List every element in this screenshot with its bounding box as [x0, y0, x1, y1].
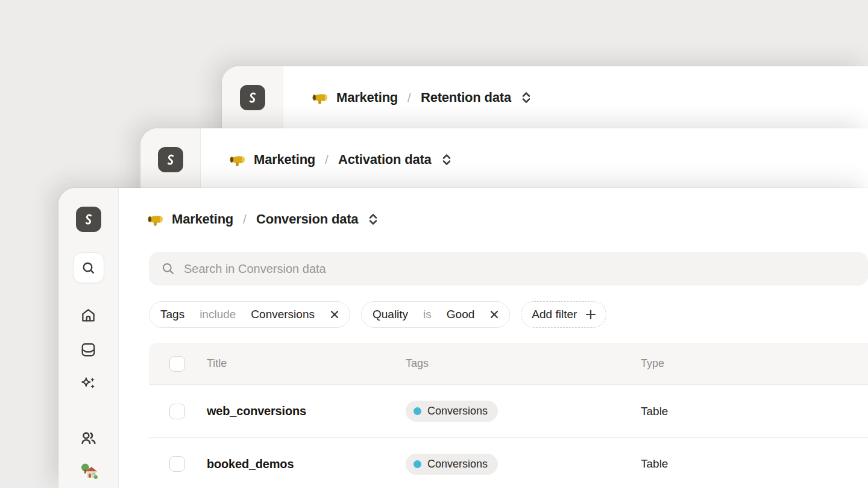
sidebar-search-button[interactable] [73, 252, 104, 283]
megaphone-icon [228, 151, 247, 169]
search-input[interactable] [184, 262, 856, 276]
sidebar-item-inbox[interactable] [80, 342, 96, 358]
select-all-checkbox[interactable] [169, 356, 185, 372]
breadcrumb: Marketing / Conversion data [119, 188, 868, 251]
remove-filter-button[interactable] [489, 310, 499, 319]
app-logo[interactable] [240, 85, 265, 110]
close-icon [489, 310, 499, 319]
filter-operator: is [423, 308, 432, 321]
app-sidebar [58, 188, 119, 488]
filter-operator: include [200, 308, 236, 321]
breadcrumb-separator: / [241, 212, 249, 227]
tag-badge: Conversions [406, 401, 498, 422]
breadcrumb: Marketing / Activation data [201, 128, 868, 191]
row-type: Table [641, 405, 868, 418]
knot-logo-icon [163, 152, 178, 167]
chevron-updown-icon[interactable] [366, 211, 380, 227]
inbox-icon [80, 342, 96, 358]
chevron-updown-icon[interactable] [520, 90, 533, 105]
tag-badge: Conversions [406, 454, 498, 475]
search-icon [161, 261, 175, 276]
knot-logo-icon [245, 90, 260, 105]
chevron-updown-icon[interactable] [440, 152, 453, 167]
breadcrumb: Marketing / Retention data [283, 66, 868, 129]
breadcrumb-page[interactable]: Activation data [338, 152, 432, 167]
window-conversion-data: Marketing / Conversion data Tags include [58, 188, 868, 488]
breadcrumb-separator: / [405, 90, 414, 105]
row-type: Table [641, 457, 868, 471]
tag-color-dot [414, 460, 421, 468]
tag-color-dot [414, 407, 421, 415]
filter-field: Tags [160, 308, 184, 321]
filter-chip-quality[interactable]: Quality is Good [361, 301, 510, 328]
column-header-type: Type [641, 357, 868, 370]
breadcrumb-workspace[interactable]: Marketing [254, 152, 315, 167]
search-bar[interactable] [149, 252, 868, 286]
users-icon [80, 430, 97, 446]
window-main: Marketing / Conversion data Tags include [119, 188, 868, 488]
plus-icon [585, 308, 597, 321]
knot-logo-icon [81, 211, 96, 227]
filter-chip-tags[interactable]: Tags include Conversions [149, 301, 350, 328]
add-filter-label: Add filter [532, 308, 577, 321]
column-header-title: Title [207, 357, 406, 370]
page-content: Tags include Conversions Quality is Good [119, 252, 868, 488]
sparkles-icon [80, 376, 96, 392]
add-filter-button[interactable]: Add filter [521, 301, 606, 328]
home-icon [80, 307, 96, 324]
house-garden-icon [80, 462, 98, 480]
sidebar-item-home[interactable] [80, 307, 96, 324]
table-header-row: Title Tags Type [149, 343, 868, 385]
table-row[interactable]: booked_demos Conversions Table [149, 437, 868, 488]
sidebar-item-home-garden[interactable] [80, 462, 98, 480]
filter-value: Conversions [251, 308, 315, 321]
filter-value: Good [447, 308, 474, 321]
megaphone-icon [311, 89, 329, 107]
filter-field: Quality [373, 308, 408, 321]
column-header-tags: Tags [406, 357, 641, 370]
sidebar-item-members[interactable] [80, 430, 97, 446]
breadcrumb-workspace[interactable]: Marketing [172, 211, 233, 227]
row-checkbox[interactable] [169, 404, 185, 419]
megaphone-icon [146, 210, 165, 228]
row-title: booked_demos [207, 457, 406, 471]
breadcrumb-separator: / [322, 152, 331, 167]
remove-filter-button[interactable] [330, 310, 339, 319]
sidebar-item-ai[interactable] [80, 376, 96, 392]
tag-label: Conversions [427, 405, 488, 418]
filter-bar: Tags include Conversions Quality is Good [149, 301, 868, 328]
row-checkbox[interactable] [169, 456, 185, 472]
data-table: Title Tags Type web_conversions Conversi… [149, 343, 868, 488]
breadcrumb-workspace[interactable]: Marketing [336, 90, 398, 105]
close-icon [330, 310, 339, 319]
breadcrumb-page[interactable]: Conversion data [256, 211, 358, 227]
tag-label: Conversions [427, 458, 488, 471]
app-logo[interactable] [158, 147, 183, 172]
search-icon [81, 260, 96, 276]
breadcrumb-page[interactable]: Retention data [421, 90, 511, 105]
table-row[interactable]: web_conversions Conversions Table [149, 385, 868, 437]
row-title: web_conversions [207, 404, 406, 418]
app-logo[interactable] [76, 207, 101, 232]
